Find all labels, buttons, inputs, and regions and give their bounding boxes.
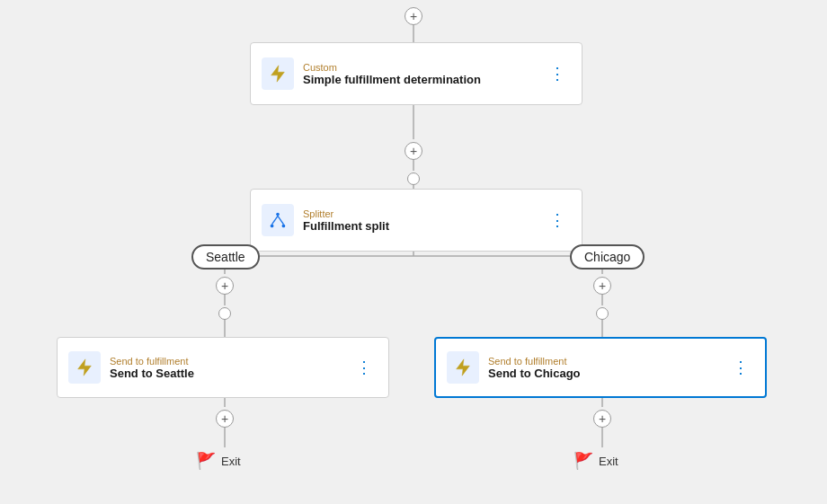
connector-circle-top-splitter bbox=[407, 172, 420, 185]
svg-line-20 bbox=[272, 216, 278, 224]
splitter-icon-box bbox=[262, 204, 294, 236]
chicago-connector-circle bbox=[596, 307, 609, 320]
seattle-node-text: Send to fulfillment Send to Seattle bbox=[110, 356, 343, 380]
seattle-lightning-icon bbox=[75, 358, 94, 377]
seattle-add-button[interactable]: + bbox=[216, 277, 234, 295]
custom-icon-box bbox=[262, 57, 294, 90]
seattle-branch-pill[interactable]: Seattle bbox=[191, 244, 260, 270]
add-between-custom-splitter[interactable]: + bbox=[405, 142, 422, 160]
seattle-connector-circle bbox=[218, 307, 231, 320]
chicago-exit-node: 🚩 Exit bbox=[574, 451, 618, 471]
chicago-exit-flag: 🚩 bbox=[574, 451, 593, 471]
splitter-type-label: Splitter bbox=[303, 208, 537, 219]
chicago-branch-pill[interactable]: Chicago bbox=[570, 244, 645, 270]
svg-point-18 bbox=[271, 225, 274, 228]
lightning-icon bbox=[268, 64, 288, 84]
custom-type-label: Custom bbox=[303, 62, 537, 73]
splitter-node-text: Splitter Fulfillment split bbox=[303, 208, 537, 233]
seattle-exit-label: Exit bbox=[221, 455, 241, 468]
chicago-lightning-icon bbox=[453, 358, 473, 377]
chicago-label: Chicago bbox=[584, 250, 630, 264]
svg-point-19 bbox=[282, 225, 286, 228]
seattle-bottom-add-button[interactable]: + bbox=[216, 410, 234, 428]
svg-marker-23 bbox=[457, 359, 470, 376]
custom-node[interactable]: Custom Simple fulfillment determination … bbox=[250, 42, 582, 105]
chicago-type-label: Send to fulfillment bbox=[488, 356, 720, 367]
chicago-menu-button[interactable]: ⋮ bbox=[729, 358, 754, 377]
seattle-label: Seattle bbox=[206, 250, 245, 264]
chicago-exit-label: Exit bbox=[599, 455, 618, 468]
seattle-exit-node: 🚩 Exit bbox=[196, 451, 241, 471]
custom-node-text: Custom Simple fulfillment determination bbox=[303, 62, 537, 86]
splitter-title: Fulfillment split bbox=[303, 219, 537, 233]
splitter-menu-button[interactable]: ⋮ bbox=[546, 210, 571, 230]
custom-menu-button[interactable]: ⋮ bbox=[546, 64, 571, 84]
svg-line-21 bbox=[278, 216, 283, 224]
custom-title: Simple fulfillment determination bbox=[303, 73, 537, 86]
seattle-exit-flag: 🚩 bbox=[196, 451, 216, 471]
chicago-title: Send to Chicago bbox=[488, 367, 720, 380]
chicago-bottom-add-button[interactable]: + bbox=[593, 410, 611, 428]
seattle-title: Send to Seattle bbox=[110, 367, 343, 380]
splitter-icon bbox=[268, 210, 288, 230]
chicago-fulfillment-node[interactable]: Send to fulfillment Send to Chicago ⋮ bbox=[434, 337, 767, 398]
chicago-node-text: Send to fulfillment Send to Chicago bbox=[488, 356, 720, 380]
svg-marker-16 bbox=[271, 66, 285, 82]
seattle-fulfillment-node[interactable]: Send to fulfillment Send to Seattle ⋮ bbox=[57, 337, 389, 398]
svg-marker-22 bbox=[78, 359, 92, 376]
chicago-add-button[interactable]: + bbox=[593, 277, 611, 295]
seattle-icon-box bbox=[68, 351, 101, 384]
top-add-button[interactable]: + bbox=[405, 7, 422, 25]
workflow-canvas: + Custom Simple fulfillment determinatio… bbox=[0, 0, 827, 504]
seattle-type-label: Send to fulfillment bbox=[110, 356, 343, 367]
svg-point-17 bbox=[276, 213, 280, 217]
seattle-menu-button[interactable]: ⋮ bbox=[352, 358, 378, 377]
chicago-icon-box bbox=[447, 351, 479, 384]
splitter-node[interactable]: Splitter Fulfillment split ⋮ bbox=[250, 189, 582, 252]
